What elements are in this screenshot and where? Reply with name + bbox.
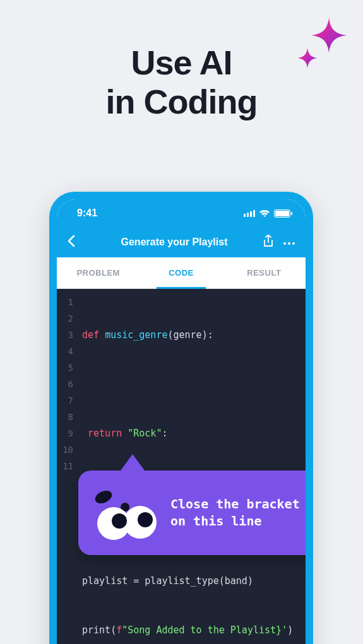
code-line-1: def music_genre(genre): bbox=[82, 327, 303, 343]
svg-point-1 bbox=[288, 242, 290, 245]
tab-bar: PROBLEM CODE RESULT bbox=[57, 257, 306, 289]
code-line-7: print(f"Song Added to the Playlist}') bbox=[82, 622, 303, 638]
share-button[interactable] bbox=[263, 235, 274, 250]
code-editor[interactable]: 1 2 3 4 5 6 7 8 9 10 11 def music_genre(… bbox=[57, 289, 306, 644]
line-gutter: 1 2 3 4 5 6 7 8 9 10 11 bbox=[57, 289, 78, 644]
status-time: 9:41 bbox=[77, 208, 97, 219]
status-bar: 9:41 bbox=[57, 199, 306, 227]
tab-code[interactable]: CODE bbox=[140, 257, 222, 288]
more-button[interactable] bbox=[283, 237, 295, 248]
ai-hint-tooltip: Close the bracket on this line bbox=[78, 471, 306, 555]
tab-result[interactable]: RESULT bbox=[223, 257, 306, 288]
mascot-icon bbox=[90, 484, 159, 541]
nav-bar: Generate your Playlist bbox=[57, 227, 306, 257]
code-line-6: playlist = playlist_type(band) bbox=[82, 573, 303, 589]
wifi-icon bbox=[259, 209, 270, 218]
more-icon bbox=[283, 242, 295, 245]
tab-problem[interactable]: PROBLEM bbox=[57, 257, 140, 288]
share-icon bbox=[263, 235, 274, 247]
code-line-3: return "Rock": bbox=[82, 425, 303, 442]
ai-hint-text: Close the bracket on this line bbox=[170, 496, 306, 530]
phone-frame: 9:41 Generate your Playlist bbox=[49, 192, 313, 644]
chevron-left-icon bbox=[67, 235, 76, 247]
phone-screen: 9:41 Generate your Playlist bbox=[57, 199, 306, 644]
code-content: def music_genre(genre): return "Rock": s… bbox=[78, 289, 306, 644]
hero-line-2: in Coding bbox=[0, 82, 363, 121]
svg-point-8 bbox=[138, 512, 153, 527]
svg-point-7 bbox=[112, 513, 127, 529]
battery-icon bbox=[274, 209, 290, 218]
signal-icon bbox=[244, 210, 255, 217]
sparkle-icon bbox=[292, 14, 349, 77]
nav-title: Generate your Playlist bbox=[86, 237, 263, 248]
status-icons bbox=[244, 209, 290, 218]
svg-point-2 bbox=[292, 242, 295, 245]
back-button[interactable] bbox=[67, 233, 86, 251]
code-line-2 bbox=[82, 376, 303, 392]
svg-point-0 bbox=[283, 242, 286, 245]
svg-point-3 bbox=[93, 488, 114, 506]
